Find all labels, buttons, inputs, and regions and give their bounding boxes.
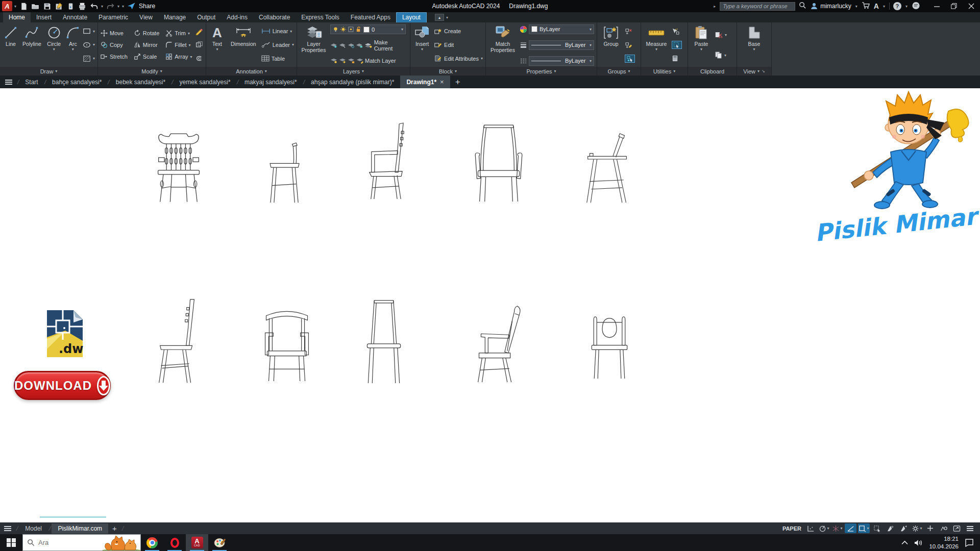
- panel-label-annotation[interactable]: Annotation▾: [206, 67, 297, 76]
- taskbar-opera-icon[interactable]: [163, 534, 186, 551]
- model-tab[interactable]: Model: [19, 523, 48, 534]
- paste-button[interactable]: Paste▾: [691, 24, 712, 66]
- feedback-icon[interactable]: [912, 2, 920, 11]
- tab-view[interactable]: View: [134, 12, 158, 22]
- chair-drawing-simple-front[interactable]: [360, 298, 407, 388]
- cart-icon[interactable]: [862, 2, 870, 11]
- group-selection-toggle[interactable]: [625, 55, 635, 63]
- tab-manage[interactable]: Manage: [158, 12, 191, 22]
- rectangle-tool-button[interactable]: ▾: [83, 27, 95, 36]
- object-snap-toggle[interactable]: ▾: [858, 523, 870, 533]
- taskbar-clock[interactable]: 18:21 10.04.2026: [929, 535, 959, 550]
- save-icon[interactable]: [42, 1, 52, 11]
- overkill-button[interactable]: [195, 54, 203, 63]
- annotation-visibility-toggle[interactable]: [885, 523, 896, 533]
- calculator-button[interactable]: [672, 54, 682, 63]
- rotate-button[interactable]: Rotate: [134, 29, 159, 38]
- isolate-objects-button[interactable]: [938, 523, 949, 533]
- array-button[interactable]: Array▾: [165, 52, 192, 61]
- clean-screen-button[interactable]: [951, 523, 963, 533]
- user-account[interactable]: mimarlucky: [810, 2, 851, 10]
- cut-button[interactable]: ▾: [715, 30, 727, 39]
- file-tab-ahsap[interactable]: ahşap sandalye (pislik mimar)*: [305, 76, 400, 88]
- save-as-icon[interactable]: [54, 1, 64, 11]
- move-button[interactable]: Move: [101, 29, 128, 38]
- taskbar-autocad-icon[interactable]: ACAD: [186, 534, 208, 551]
- base-button[interactable]: Base▾: [743, 24, 766, 66]
- undo-icon[interactable]: [89, 1, 99, 11]
- ungroup-button[interactable]: [625, 27, 635, 36]
- taskbar-search-input[interactable]: [38, 539, 94, 546]
- layer-properties-button[interactable]: Layer Properties: [300, 24, 328, 66]
- group-edit-button[interactable]: [625, 41, 635, 50]
- insert-block-button[interactable]: Insert▾: [413, 24, 431, 66]
- panel-label-utilities[interactable]: Utilities▾: [641, 67, 688, 76]
- share-icon[interactable]: [126, 1, 136, 11]
- file-tabs-menu-icon[interactable]: [0, 76, 17, 88]
- linetype-select[interactable]: ByLayer▾: [529, 56, 594, 66]
- tray-expand-icon[interactable]: [901, 540, 908, 545]
- tab-add-ins[interactable]: Add-ins: [221, 12, 253, 22]
- chair-drawing-armchair-front-curved[interactable]: [261, 305, 312, 386]
- file-tab-bebek[interactable]: bebek sandalyesi*: [110, 76, 172, 88]
- chair-drawing-ladder-side[interactable]: [153, 297, 203, 388]
- chair-drawing-oval-back-front[interactable]: [587, 314, 632, 384]
- qat-customize-icon[interactable]: ▾: [121, 4, 125, 9]
- help-icon[interactable]: ?: [893, 2, 901, 10]
- redo-dropdown-icon[interactable]: ▾: [117, 4, 120, 9]
- quick-calc-button[interactable]: [672, 41, 682, 49]
- file-tab-start[interactable]: Start: [19, 76, 44, 88]
- panel-label-modify[interactable]: Modify▾: [98, 67, 206, 76]
- panel-label-draw[interactable]: Draw▾: [0, 67, 97, 76]
- taskbar-search[interactable]: [22, 534, 141, 551]
- polyline-button[interactable]: Polyline: [21, 24, 42, 66]
- help-search-input[interactable]: [720, 2, 795, 11]
- erase-button[interactable]: [195, 27, 203, 36]
- file-tab-yemek[interactable]: yemek sandalyesi*: [174, 76, 237, 88]
- chair-drawing-armchair-side[interactable]: [366, 122, 413, 203]
- print-icon[interactable]: [77, 1, 87, 11]
- tab-layout[interactable]: Layout: [396, 12, 427, 22]
- chair-drawing-side-view[interactable]: [264, 141, 308, 208]
- chair-drawing-high-chair-side[interactable]: [583, 132, 631, 207]
- tab-express-tools[interactable]: Express Tools: [296, 12, 345, 22]
- start-button[interactable]: [0, 534, 22, 551]
- close-button[interactable]: [963, 0, 980, 12]
- explode-button[interactable]: [195, 40, 203, 49]
- chair-drawing-windsor-front[interactable]: [153, 131, 204, 207]
- quick-select-button[interactable]: [672, 27, 682, 36]
- user-dropdown-icon[interactable]: ▾: [855, 4, 858, 9]
- workspace-settings-button[interactable]: ▾: [911, 523, 923, 533]
- new-file-icon[interactable]: [18, 1, 29, 11]
- drawing-canvas[interactable]: Pislik Mimar .dwg DOWNLOAD: [0, 88, 980, 522]
- horizontal-scrollbar[interactable]: [40, 516, 106, 518]
- copy-clip-button[interactable]: ▾: [715, 51, 727, 60]
- taskbar-chrome-icon[interactable]: [141, 534, 163, 551]
- edit-block-button[interactable]: Edit: [434, 40, 483, 49]
- hatch-tool-button[interactable]: ▾: [83, 54, 95, 63]
- dynamic-input-toggle[interactable]: ▾: [818, 523, 830, 533]
- tab-collaborate[interactable]: Collaborate: [253, 12, 296, 22]
- ribbon-collapse-dropdown-icon[interactable]: ▾: [446, 15, 449, 20]
- table-button[interactable]: Table: [261, 54, 294, 63]
- search-icon[interactable]: [799, 2, 806, 11]
- layer-select[interactable]: 0 ▾: [330, 24, 406, 34]
- tab-parametric[interactable]: Parametric: [93, 12, 134, 22]
- text-button[interactable]: A Text▾: [209, 24, 226, 66]
- polar-tracking-toggle[interactable]: [845, 523, 856, 533]
- search-highlight-art[interactable]: [103, 535, 140, 551]
- autocad-app-icon[interactable]: A: [2, 1, 12, 11]
- leader-button[interactable]: Leader▾: [261, 40, 294, 49]
- taskbar-paint-icon[interactable]: [208, 534, 231, 551]
- match-layer-button[interactable]: Match Layer: [365, 58, 396, 64]
- tab-output[interactable]: Output: [191, 12, 221, 22]
- customization-menu-icon[interactable]: [964, 523, 976, 533]
- mirror-button[interactable]: Mirror: [134, 40, 159, 49]
- download-button[interactable]: DOWNLOAD: [14, 371, 111, 400]
- measure-button[interactable]: Measure▾: [644, 24, 669, 66]
- match-properties-button[interactable]: Match Properties: [488, 24, 517, 66]
- app-menu-dropdown-icon[interactable]: ▾: [14, 4, 17, 9]
- tab-featured-apps[interactable]: Featured Apps: [345, 12, 396, 22]
- make-current-button[interactable]: Make Current: [374, 39, 407, 52]
- create-block-button[interactable]: Create: [434, 27, 483, 36]
